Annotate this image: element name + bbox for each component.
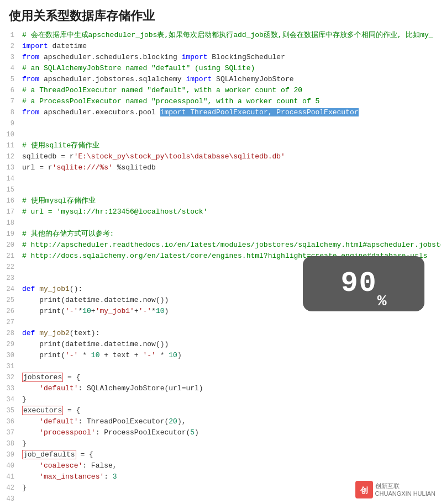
code-line-33: 33 'default': SQLAlchemyJobStore(url=url… [0,383,441,394]
progress-value: 90 [340,278,377,289]
code-line-16: 16 # 使用mysql存储作业 [0,195,441,206]
code-line-14: 14 [0,173,441,184]
code-line-34: 34 } [0,394,441,405]
code-line-40: 40 'coalesce': False, [0,460,441,471]
code-line-6: 6 # a ThreadPoolExecutor named "default"… [0,85,441,96]
page-title: 使用关系型数据库存储作业 [0,0,441,30]
code-line-36: 36 'default': ThreadPoolExecutor(20), [0,416,441,427]
progress-suffix: % [377,296,387,307]
code-line-15: 15 [0,184,441,195]
watermark: 创 创新互联 CHUANGXIN HULIAN [355,481,435,498]
code-line-18: 18 [0,217,441,229]
code-line-37: 37 'processpool': ProcessPoolExecutor(5) [0,427,441,438]
code-line-2: 2 import datetime [0,41,441,52]
code-line-1: 1 # 会在数据库中生成apscheduler_jobs表,如果每次启动都执行a… [0,30,441,41]
code-line-17: 17 # url = 'mysql://hr:123456@localhost/… [0,206,441,217]
code-line-5: 5 from apscheduler.jobstores.sqlalchemy … [0,74,441,85]
code-line-12: 12 sqlitedb = r'E:\stock_py\stock_py\too… [0,151,441,162]
code-line-30: 30 print('-' * 10 + text + '-' * 10) [0,350,441,361]
code-line-38: 38 } [0,438,441,449]
code-line-7: 7 # a ProcessPoolExecutor named "process… [0,96,441,107]
code-line-20: 20 # http://apscheduler.readthedocs.io/e… [0,240,441,251]
code-line-11: 11 # 使用sqlite存储作业 [0,140,441,151]
code-line-10: 10 [0,129,441,140]
code-line-4: 4 # an SQLAlchemyJobStore named "default… [0,63,441,74]
progress-badge: 90 % [303,256,424,311]
watermark-logo: 创 [355,481,373,498]
code-line-8: 8 from apscheduler.executors.pool import… [0,107,441,118]
code-line-19: 19 # 其他的存储方式可以参考: [0,229,441,240]
code-line-9: 9 [0,118,441,129]
code-area: 90 % 1 # 会在数据库中生成apscheduler_jobs表,如果每次启… [0,30,441,504]
svg-text:创: 创 [360,486,368,495]
code-line-3: 3 from apscheduler.schedulers.blocking i… [0,52,441,63]
watermark-text: 创新互联 CHUANGXIN HULIAN [375,482,435,498]
code-line-13: 13 url = r'sqlite:///%s' %sqlitedb [0,162,441,173]
code-line-27: 27 [0,317,441,328]
code-line-35: 35 executors = { [0,405,441,416]
code-line-32: 32 jobstores = { [0,372,441,383]
code-line-28: 28 def my_job2(text): [0,328,441,339]
code-line-31: 31 [0,361,441,372]
code-line-39: 39 job_defaults = { [0,449,441,460]
code-line-29: 29 print(datetime.datetime.now()) [0,339,441,350]
